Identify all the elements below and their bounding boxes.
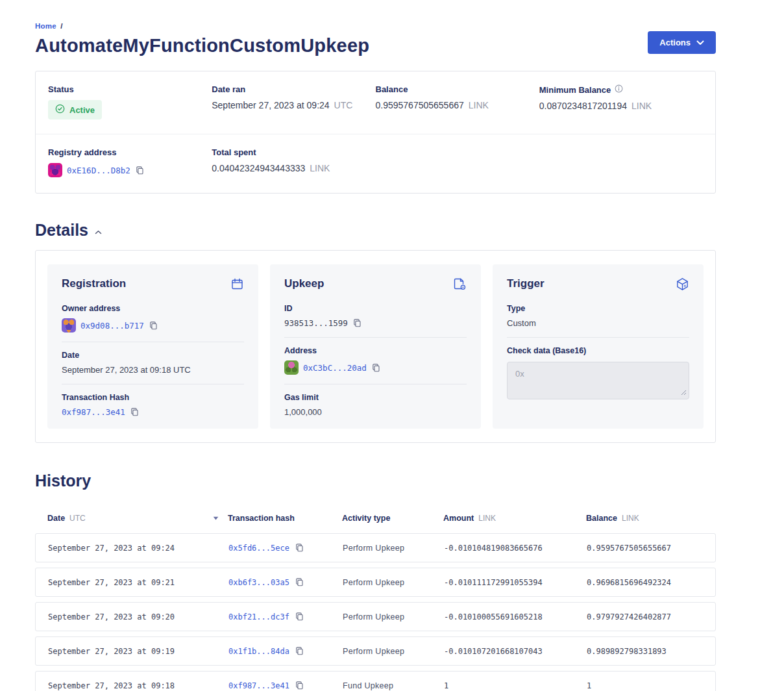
copy-icon[interactable] — [295, 577, 304, 587]
min-balance-unit: LINK — [631, 101, 652, 111]
column-balance: Balance LINK — [586, 514, 704, 523]
column-amount: Amount LINK — [443, 514, 586, 523]
upkeep-id-field: ID 938513...1599 — [284, 304, 467, 328]
row-tx-link[interactable]: 0xb6f3...03a5 — [228, 578, 289, 587]
row-date: September 27, 2023 at 09:18 — [48, 681, 228, 690]
copy-icon[interactable] — [295, 543, 304, 553]
owner-address-label: Owner address — [62, 304, 244, 313]
table-row: September 27, 2023 at 09:24 0x5fd6...5ec… — [35, 533, 716, 562]
table-row: September 27, 2023 at 09:18 0xf987...3e4… — [35, 671, 716, 691]
upkeep-card: Upkeep ID 938513...1599 Address — [270, 264, 481, 429]
copy-icon[interactable] — [149, 321, 158, 331]
row-tx-link[interactable]: 0x5fd6...5ece — [228, 544, 289, 553]
trigger-type-value: Custom — [507, 318, 689, 328]
column-amount-unit: LINK — [478, 514, 496, 523]
actions-button[interactable]: Actions — [648, 31, 716, 54]
page-container: Home / AutomateMyFunctionCustomUpkeep Ac… — [35, 0, 716, 691]
upkeep-address-label: Address — [284, 346, 467, 355]
gas-limit-field: Gas limit 1,000,000 — [284, 393, 467, 417]
min-balance-label: Minimum Balance — [539, 85, 611, 95]
divider — [284, 337, 467, 338]
copy-icon[interactable] — [295, 612, 304, 622]
registration-date-label: Date — [62, 351, 244, 360]
summary-divider — [36, 134, 715, 134]
registry-address-field: Registry address 0xE16D...D8b2 — [48, 147, 212, 177]
upkeep-id-label: ID — [284, 304, 467, 313]
registry-address-label: Registry address — [48, 147, 212, 157]
gas-limit-label: Gas limit — [284, 393, 467, 402]
row-date: September 27, 2023 at 09:19 — [48, 647, 228, 656]
title-block: Home / AutomateMyFunctionCustomUpkeep — [35, 22, 369, 57]
upkeep-id-value: 938513...1599 — [284, 318, 348, 328]
chevron-up-icon[interactable] — [95, 230, 102, 234]
row-activity-type: Fund Upkeep — [343, 681, 444, 690]
page-header: Home / AutomateMyFunctionCustomUpkeep Ac… — [35, 22, 716, 57]
registration-date-value: September 27, 2023 at 09:18 UTC — [62, 365, 244, 375]
upkeep-summary-card: Status Active Date ran September 27, 202… — [35, 71, 716, 194]
document-gear-icon — [452, 277, 467, 294]
status-label: Status — [48, 84, 212, 94]
owner-address-link[interactable]: 0x9d08...b717 — [80, 321, 144, 331]
column-date-label: Date — [47, 514, 65, 523]
check-data-label: Check data (Base16) — [507, 346, 689, 355]
total-spent-field: Total spent 0.04042324943443333LINK — [212, 147, 375, 177]
column-amount-label: Amount — [443, 514, 474, 523]
row-date: September 27, 2023 at 09:20 — [48, 612, 228, 622]
cube-icon — [676, 277, 689, 294]
gas-limit-value: 1,000,000 — [284, 407, 467, 417]
total-spent-value: 0.04042324943443333 — [212, 163, 305, 173]
registration-title: Registration — [62, 277, 126, 290]
table-row: September 27, 2023 at 09:19 0x1f1b...84d… — [35, 636, 716, 666]
copy-icon[interactable] — [295, 681, 304, 690]
balance-unit: LINK — [469, 100, 489, 110]
divider — [62, 384, 244, 384]
date-ran-field: Date ran September 27, 2023 at 09:24UTC — [212, 84, 375, 119]
copy-icon[interactable] — [135, 166, 145, 175]
summary-row-1: Status Active Date ran September 27, 202… — [36, 84, 715, 119]
balance-label: Balance — [376, 84, 539, 94]
sort-descending-icon[interactable] — [213, 516, 219, 520]
copy-icon[interactable] — [295, 646, 304, 656]
status-badge-label: Active — [69, 105, 95, 115]
column-activity-label: Activity type — [342, 514, 390, 523]
upkeep-address-link[interactable]: 0xC3bC...20ad — [303, 363, 367, 373]
check-data-input[interactable] — [507, 362, 689, 399]
row-balance: 0.9696815696492324 — [587, 578, 703, 587]
breadcrumb: Home / — [35, 22, 369, 30]
info-icon[interactable] — [615, 84, 623, 95]
row-activity-type: Perform Upkeep — [343, 578, 444, 587]
page-title: AutomateMyFunctionCustomUpkeep — [35, 35, 369, 57]
trigger-title: Trigger — [507, 277, 545, 290]
date-ran-label: Date ran — [212, 84, 375, 94]
breadcrumb-separator: / — [60, 22, 62, 30]
registry-address-link[interactable]: 0xE16D...D8b2 — [67, 166, 130, 175]
history-rows: September 27, 2023 at 09:24 0x5fd6...5ec… — [35, 533, 716, 691]
balance-value: 0.9595767505655667 — [376, 100, 464, 110]
column-activity-type: Activity type — [342, 514, 443, 523]
total-spent-label: Total spent — [212, 147, 375, 157]
registration-date-field: Date September 27, 2023 at 09:18 UTC — [62, 351, 244, 375]
status-field: Status Active — [48, 84, 212, 119]
check-data-field: Check data (Base16) — [507, 346, 689, 402]
row-tx-link[interactable]: 0xf987...3e41 — [228, 681, 289, 690]
column-tx-label: Transaction hash — [228, 514, 295, 523]
registration-card: Registration Owner address 0x9d08...b717… — [47, 264, 258, 429]
registration-tx-label: Transaction Hash — [62, 393, 244, 402]
row-date: September 27, 2023 at 09:21 — [48, 578, 228, 587]
row-activity-type: Perform Upkeep — [343, 647, 444, 656]
min-balance-value: 0.0870234817201194 — [539, 101, 627, 111]
copy-icon[interactable] — [352, 318, 362, 328]
copy-icon[interactable] — [371, 363, 381, 373]
column-date[interactable]: Date UTC — [47, 514, 228, 523]
table-row: September 27, 2023 at 09:20 0xbf21...dc3… — [35, 602, 716, 631]
registration-tx-link[interactable]: 0xf987...3e41 — [62, 407, 125, 417]
copy-icon[interactable] — [130, 407, 140, 417]
details-heading: Details — [35, 221, 88, 240]
row-tx-link[interactable]: 0x1f1b...84da — [228, 647, 289, 656]
breadcrumb-home-link[interactable]: Home — [35, 22, 56, 30]
row-tx-link[interactable]: 0xbf21...dc3f — [228, 612, 289, 622]
row-balance: 1 — [587, 681, 703, 690]
row-activity-type: Perform Upkeep — [343, 612, 444, 622]
row-date: September 27, 2023 at 09:24 — [48, 544, 228, 553]
row-balance: 0.9797927426402877 — [587, 612, 703, 622]
